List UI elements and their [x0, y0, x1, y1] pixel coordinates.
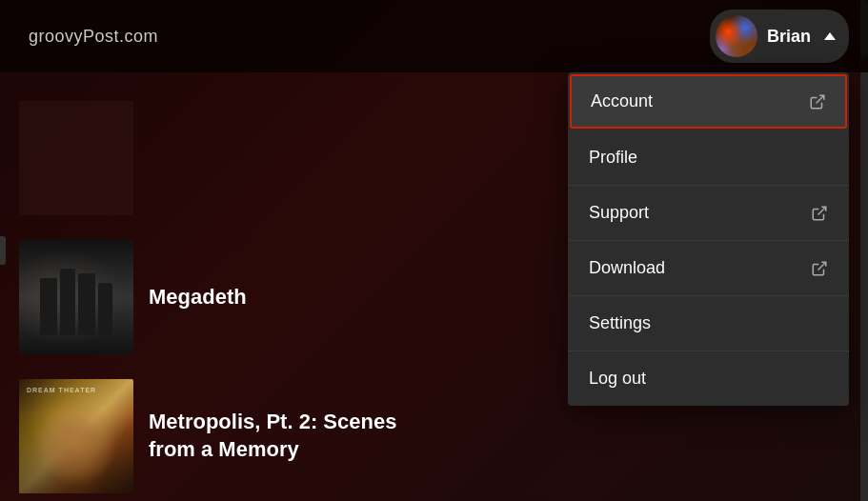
- person-2: [60, 269, 75, 335]
- site-logo: groovyPost.com: [29, 27, 158, 47]
- album-art-dreamtheater: DREAM THEATER: [19, 379, 133, 493]
- dropdown-item-account[interactable]: Account: [570, 74, 847, 129]
- dropdown-item-settings[interactable]: Settings: [568, 296, 849, 351]
- track-title-line2: from a Memory: [149, 437, 299, 461]
- track-info-dreamtheater: Metropolis, Pt. 2: Scenes from a Memory: [149, 409, 396, 463]
- svg-line-0: [817, 95, 824, 103]
- placeholder-1: [19, 101, 133, 215]
- user-dropdown: Account Profile Support Download Setting…: [568, 72, 849, 406]
- external-link-icon-download: [811, 260, 828, 277]
- dt-face: [19, 379, 133, 493]
- svg-line-1: [818, 207, 826, 214]
- external-link-icon-support: [811, 205, 828, 222]
- person-4: [98, 283, 112, 335]
- svg-line-2: [818, 262, 826, 270]
- user-menu-button[interactable]: Brian: [710, 10, 849, 63]
- avatar-image: [716, 15, 757, 57]
- track-title-megadeth: Megadeth: [149, 284, 247, 311]
- chevron-up-icon: [824, 32, 836, 40]
- dropdown-settings-label: Settings: [589, 313, 651, 333]
- track-title-dreamtheater: Metropolis, Pt. 2: Scenes from a Memory: [149, 409, 396, 463]
- user-name: Brian: [767, 27, 811, 47]
- dropdown-item-download[interactable]: Download: [568, 241, 849, 296]
- dropdown-logout-label: Log out: [589, 369, 646, 389]
- track-info-megadeth: Megadeth: [149, 284, 247, 311]
- dropdown-item-profile[interactable]: Profile: [568, 130, 849, 186]
- person-3: [78, 273, 95, 335]
- header: groovyPost.com Brian: [0, 0, 868, 72]
- dropdown-download-label: Download: [589, 258, 665, 278]
- dropdown-item-support[interactable]: Support: [568, 186, 849, 241]
- dropdown-profile-label: Profile: [589, 148, 637, 168]
- track-title-line1: Metropolis, Pt. 2: Scenes: [149, 410, 396, 433]
- person-1: [40, 278, 57, 335]
- external-link-icon-account: [809, 93, 826, 110]
- dropdown-support-label: Support: [589, 203, 649, 223]
- avatar: [716, 15, 757, 57]
- band-silhouette: [40, 259, 112, 335]
- album-art-megadeth: [19, 240, 133, 354]
- dropdown-account-label: Account: [591, 91, 653, 111]
- dropdown-item-logout[interactable]: Log out: [568, 351, 849, 406]
